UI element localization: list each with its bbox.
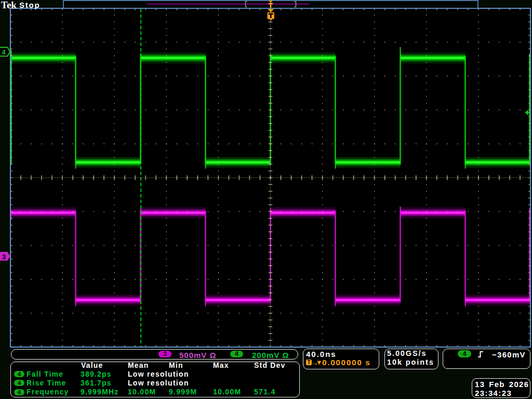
svg-text:4: 4 (2, 48, 6, 56)
svg-text:3: 3 (2, 253, 6, 261)
